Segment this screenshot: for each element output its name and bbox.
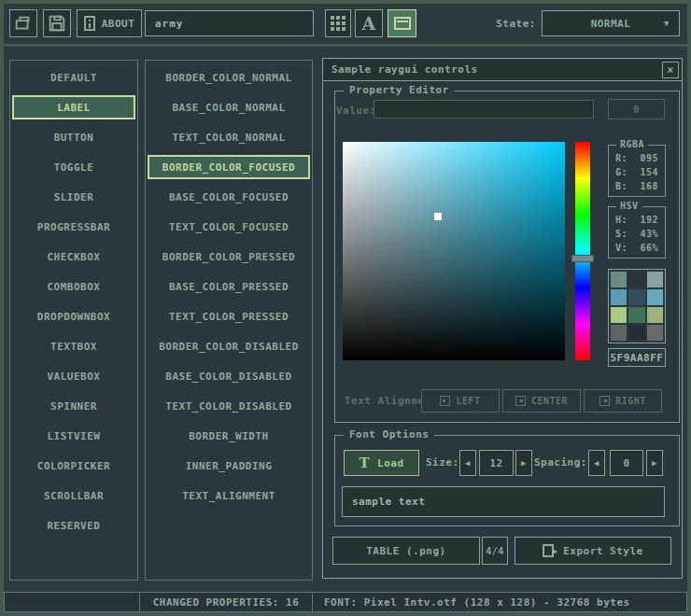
property-list-item[interactable]: BASE_COLOR_NORMAL [148, 95, 310, 119]
color-swatch[interactable] [647, 289, 663, 305]
color-swatch[interactable] [628, 289, 644, 305]
hue-slider-handle[interactable] [571, 255, 594, 262]
property-list-item[interactable]: TEXT_COLOR_FOCUSED [148, 215, 310, 239]
property-list-item[interactable]: INNER_PADDING [148, 454, 310, 478]
close-button[interactable]: × [662, 62, 679, 78]
color-swatch[interactable] [611, 272, 627, 287]
hue-bar[interactable] [575, 142, 590, 360]
sample-text: sample text [352, 496, 425, 508]
control-list-item[interactable]: SPINNER [12, 394, 135, 418]
grid-view-button[interactable] [325, 9, 351, 37]
property-list-item[interactable]: BASE_COLOR_PRESSED [148, 274, 310, 299]
property-list-item-label: BASE_COLOR_FOCUSED [169, 191, 289, 203]
spacing-value-box[interactable]: 0 [610, 450, 643, 476]
value-button[interactable]: 0 [608, 99, 665, 119]
save-style-button[interactable] [43, 9, 71, 37]
align-center-label: CENTER [531, 396, 568, 406]
new-style-button[interactable] [9, 9, 37, 37]
text-alignment-label: Text Alignme [345, 389, 421, 413]
control-list-item[interactable]: TEXTBOX [12, 334, 135, 358]
control-list-item[interactable]: DEFAULT [12, 65, 135, 90]
property-list-item[interactable]: TEXT_COLOR_PRESSED [148, 304, 310, 329]
color-swatch[interactable] [647, 272, 663, 287]
control-list-item[interactable]: LISTVIEW [12, 424, 135, 448]
export-style-button[interactable]: Export Style [515, 537, 671, 565]
pages-indicator[interactable]: 4/4 [482, 537, 508, 565]
export-format-button[interactable]: TABLE (.png) [332, 537, 480, 565]
value-input[interactable] [374, 100, 594, 119]
sample-text-box[interactable]: sample text [342, 486, 665, 517]
rgba-group-label: RGBA [616, 139, 648, 149]
font-t-icon: T [359, 455, 370, 471]
color-swatch[interactable] [611, 325, 627, 341]
color-swatch[interactable] [647, 307, 663, 323]
about-button[interactable]: ABOUT [77, 9, 142, 37]
sample-window-title: Sample raygui controls [331, 63, 478, 76]
property-list-item-label: TEXT_COLOR_FOCUSED [169, 221, 289, 233]
align-center-button[interactable]: CENTER [502, 389, 581, 413]
controls-view-button[interactable] [388, 9, 416, 37]
folder-icon [13, 13, 34, 34]
property-list-item[interactable]: TEXT_COLOR_NORMAL [148, 125, 310, 149]
control-list-item[interactable]: DROPDOWNBOX [12, 304, 135, 329]
property-list-item-label: TEXT_ALIGNMENT [182, 490, 275, 502]
s-value: 43% [640, 229, 658, 239]
property-list-item[interactable]: BASE_COLOR_FOCUSED [148, 185, 310, 209]
property-list-item[interactable]: BORDER_COLOR_NORMAL [148, 65, 310, 90]
color-swatch[interactable] [628, 307, 644, 323]
size-label: Size: [426, 450, 459, 476]
color-swatch[interactable] [611, 289, 627, 305]
control-list-item[interactable]: TOGGLE [12, 155, 135, 179]
control-list-item[interactable]: SCROLLBAR [12, 483, 135, 508]
control-list-item[interactable]: BUTTON [12, 125, 135, 149]
property-list-item[interactable]: BORDER_WIDTH [148, 424, 310, 448]
hsv-group: HSV H:192 S:43% V:66% [608, 206, 666, 259]
property-list-item[interactable]: TEXT_COLOR_DISABLED [148, 394, 310, 418]
size-decrease-button[interactable]: ◀ [459, 450, 476, 476]
control-list-item[interactable]: COLORPICKER [12, 454, 135, 478]
spacing-increase-button[interactable]: ▶ [646, 450, 663, 476]
control-list-item[interactable]: PROGRESSBAR [12, 215, 135, 239]
color-swatch[interactable] [628, 325, 644, 341]
align-left-button[interactable]: LEFT [421, 389, 500, 413]
control-list-item-label: DROPDOWNBOX [37, 311, 110, 323]
control-list-item[interactable]: VALUEBOX [12, 364, 135, 388]
hue-slider[interactable] [575, 142, 590, 360]
property-list-item[interactable]: BORDER_COLOR_PRESSED [148, 245, 310, 269]
font-load-button[interactable]: T Load [344, 450, 419, 476]
control-list-item[interactable]: LABEL [12, 95, 135, 119]
rguistyler-window: ABOUT A State: NORMAL ▼ DEFAULT LABEL [0, 0, 691, 616]
export-style-label: Export Style [563, 545, 642, 557]
font-view-button[interactable]: A [355, 9, 383, 37]
about-button-label: ABOUT [102, 18, 135, 30]
property-list-item-label: BORDER_COLOR_NORMAL [165, 72, 291, 84]
control-list-item[interactable]: COMBOBOX [12, 274, 135, 299]
property-list-item-label: TEXT_COLOR_NORMAL [172, 132, 285, 144]
state-dropdown-value: NORMAL [591, 18, 631, 30]
align-right-icon [599, 396, 610, 406]
state-dropdown[interactable]: NORMAL ▼ [542, 10, 680, 36]
controls-listview: DEFAULT LABEL BUTTON TOGGLE SLIDER PROGR… [9, 60, 138, 581]
size-increase-button[interactable]: ▶ [515, 450, 532, 476]
chevron-right-icon: ▶ [652, 458, 657, 468]
sv-cursor[interactable] [434, 213, 442, 220]
sv-panel[interactable] [343, 142, 565, 360]
spacing-decrease-button[interactable]: ◀ [588, 450, 605, 476]
property-list-item[interactable]: TEXT_ALIGNMENT [148, 483, 310, 508]
property-list-item[interactable]: BORDER_COLOR_FOCUSED [148, 155, 310, 179]
color-swatch[interactable] [647, 325, 663, 341]
control-list-item[interactable]: SLIDER [12, 185, 135, 209]
hex-value-box[interactable]: 5F9AA8FF [608, 348, 666, 367]
control-list-item[interactable]: RESERVED [12, 513, 135, 538]
size-value-box[interactable]: 12 [479, 450, 514, 476]
export-icon [543, 544, 554, 557]
style-name-input[interactable] [145, 10, 314, 36]
color-swatch[interactable] [628, 272, 644, 287]
property-list-item[interactable]: BASE_COLOR_DISABLED [148, 364, 310, 388]
control-list-item[interactable]: CHECKBOX [12, 245, 135, 269]
property-list-item-label: TEXT_COLOR_PRESSED [169, 311, 289, 323]
color-swatch[interactable] [611, 307, 627, 323]
control-list-item-label: SCROLLBAR [44, 490, 104, 502]
property-list-item[interactable]: BORDER_COLOR_DISABLED [148, 334, 310, 358]
align-right-button[interactable]: RIGHT [584, 389, 662, 413]
